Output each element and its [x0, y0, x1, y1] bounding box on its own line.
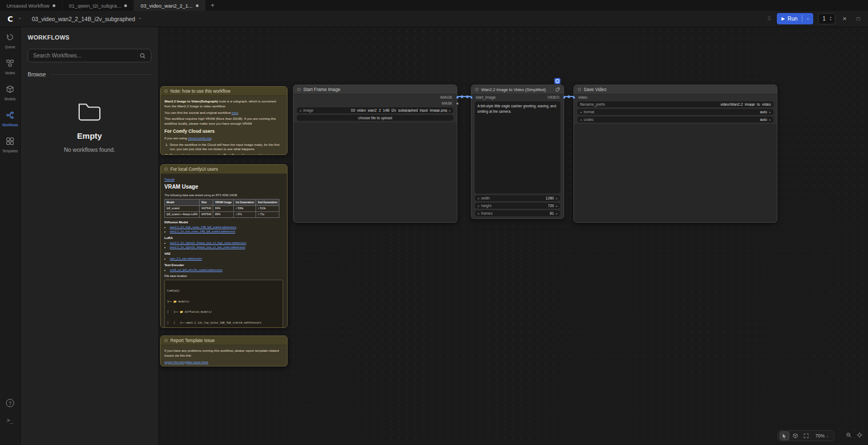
collapse-dot-icon[interactable] [164, 89, 168, 93]
input-slot-video: video [574, 94, 777, 100]
chevron-down-icon: ⌄ [138, 15, 142, 20]
help-icon[interactable]: ? [6, 399, 14, 407]
node-header[interactable]: Note: how to use this workflow [161, 87, 287, 96]
tab-unsaved-workflow[interactable]: Unsaved Workflow [0, 0, 62, 11]
arrow-right-icon[interactable]: ▸ [769, 110, 771, 114]
collapse-dot-icon[interactable] [297, 88, 301, 91]
sidebar-rail: Queue Nodes Models Workflows Templates ?… [0, 27, 21, 445]
empty-message: No workflows found. [64, 146, 116, 153]
node-header[interactable]: Wan2.2 Image to Video (Simplified) [471, 85, 564, 94]
collapse-dot-icon[interactable] [164, 167, 168, 171]
arrow-right-icon[interactable]: ▸ [556, 211, 558, 215]
sidebar-item-nodes[interactable]: Nodes [5, 59, 15, 75]
unsaved-dot-icon [53, 4, 55, 7]
widget-filename-prefix[interactable]: filename_prefix video/Wan2.2_image_to_vi… [577, 101, 774, 107]
comfyui-logo-icon[interactable]: C [5, 14, 15, 24]
widget-format[interactable]: ◂ format auto ▸ [577, 109, 774, 115]
workflow-title-menu[interactable]: 03_video_wan2_2_14B_i2v_subgraphed ⌄ [32, 16, 142, 22]
arrow-left-icon[interactable]: ◂ [580, 110, 582, 114]
cube-tool-icon[interactable] [790, 431, 800, 440]
cloud-comfy-link[interactable]: cloud.comfy.org [188, 136, 211, 140]
link-image-to-start-image [457, 96, 471, 97]
collapse-dot-icon[interactable] [475, 88, 478, 91]
widget-codec[interactable]: ◂ codec auto ▸ [577, 117, 774, 122]
batch-count-input[interactable] [821, 16, 827, 22]
table-row: fp8_scaled + 4steps LoRA 640*640 89% ≈ 9… [165, 211, 279, 217]
run-button[interactable]: ▶ Run ⌄ [777, 13, 813, 24]
subgraph-badge-icon[interactable] [554, 78, 560, 84]
terminal-icon[interactable]: >_ [7, 417, 13, 423]
model-link[interactable]: wan2.2_i2v_low_noise_14B_fp8_scaled.safe… [170, 230, 235, 233]
run-options-chevron-icon[interactable]: ⌄ [802, 16, 813, 21]
arrow-right-icon[interactable]: ▸ [769, 118, 771, 121]
note-node-local-users[interactable]: For local ComfyUI users Tutorial VRAM Us… [160, 164, 288, 328]
fit-view-icon[interactable] [801, 431, 811, 440]
folder-icon [77, 100, 102, 122]
sidebar-item-workflows[interactable]: Workflows [2, 111, 18, 127]
workflow-search[interactable] [28, 49, 151, 62]
sidebar-item-templates[interactable]: Templates [2, 137, 18, 153]
step-down-icon[interactable]: ▼ [829, 19, 832, 22]
report-issue-link[interactable]: report the template issue here [164, 360, 208, 364]
focus-target-icon[interactable] [857, 430, 863, 440]
browse-section-header[interactable]: Browse [28, 72, 151, 78]
file-tree-code-block: ComfyUI/ ├── 📂 models/ │ ├── 📂 diffusion… [164, 280, 283, 327]
arrow-left-icon[interactable]: ◂ [580, 118, 582, 121]
window-icon[interactable]: □ [854, 16, 863, 22]
cloud-users-heading: For Comfy Cloud users [164, 128, 283, 134]
video-preview-area[interactable] [574, 124, 777, 222]
link-dot [461, 95, 463, 98]
upload-file-button[interactable]: choose file to upload [297, 115, 454, 121]
open-subgraph-icon[interactable] [556, 87, 560, 92]
arrow-left-icon[interactable]: ◂ [477, 204, 479, 208]
zoom-level[interactable]: 70% ⌄ [812, 433, 832, 438]
model-link[interactable]: wan2.2_i2v_high_noise_14B_fp8_scaled.saf… [170, 225, 237, 229]
zoom-search-icon[interactable] [846, 430, 852, 440]
collapse-dot-icon[interactable] [164, 339, 168, 342]
node-header[interactable]: Report Template Issue [161, 336, 287, 345]
arrow-right-icon[interactable]: ▸ [556, 196, 558, 200]
note-node-report-issue[interactable]: Report Template Issue If you have any pr… [160, 336, 288, 366]
node-canvas[interactable]: Note: how to use this workflow Wan2.2 Im… [159, 27, 868, 445]
widget-frames[interactable]: ◂ frames 81 ▸ [475, 210, 560, 216]
arrow-left-icon[interactable]: ◂ [477, 211, 479, 215]
widget-image-combo[interactable]: ◂ image 03_video_wan2_2_14B_i2v_subgraph… [297, 107, 454, 113]
new-tab-button[interactable]: + [206, 0, 220, 11]
node-header[interactable]: Save Video [574, 85, 777, 94]
arrow-right-icon[interactable]: ▸ [449, 108, 451, 112]
image-preview-area[interactable] [293, 122, 457, 222]
output-dot-mask[interactable] [456, 102, 459, 105]
tutorial-here-link[interactable]: here [232, 111, 238, 114]
lora-link[interactable]: wan2.2_i2v_lightx2v_4steps_lora_v1_low_n… [170, 246, 245, 249]
tab-03-video-wan[interactable]: 03_video_wan2_2_1... [134, 0, 206, 11]
prompt-textarea[interactable]: A felt-style little eagle cashier greeti… [475, 101, 560, 194]
note-node-usage[interactable]: Note: how to use this workflow Wan2.2 Im… [160, 86, 288, 155]
vram-usage-heading: VRAM Usage [164, 183, 283, 191]
output-slot-mask: MASK [293, 100, 457, 106]
drag-grip-icon[interactable]: ⠿ [767, 16, 771, 22]
node-header[interactable]: Start Frame Image [293, 85, 457, 94]
node-start-frame-image[interactable]: Start Frame Image IMAGE MASK ◂ image 03_… [293, 85, 457, 223]
arrow-left-icon[interactable]: ◂ [477, 196, 479, 200]
node-wan22-image-to-video[interactable]: Wan2.2 Image to Video (Simplified) start… [471, 85, 564, 219]
close-icon[interactable]: ✕ [840, 16, 849, 22]
arrow-left-icon[interactable]: ◂ [299, 108, 301, 112]
widget-height[interactable]: ◂ height 720 ▸ [475, 203, 560, 209]
sidebar-item-queue[interactable]: Queue [5, 33, 15, 49]
text-encoder-link[interactable]: umt5_xxl_fp8_e4m3fn_scaled.safetensors [170, 268, 222, 272]
tab-01-qwen-t2i[interactable]: 01_qwen_t2i_subgra... [62, 0, 134, 11]
sidebar-item-models[interactable]: Models [4, 85, 15, 101]
vae-link[interactable]: wan_2.1_vae.safetensors [170, 257, 202, 260]
node-header[interactable]: For local ComfyUI users [161, 165, 287, 174]
tutorial-link[interactable]: Tutorial [164, 178, 174, 181]
batch-count-stepper[interactable]: ▲ ▼ [818, 13, 835, 24]
collapse-dot-icon[interactable] [578, 88, 581, 91]
vram-usage-table: Model Size VRAM Usage 1st Generation 2nd… [164, 199, 279, 217]
arrow-right-icon[interactable]: ▸ [556, 204, 558, 208]
logo-chevron-icon[interactable]: ⌄ [18, 15, 22, 20]
cursor-tool-icon[interactable] [780, 431, 789, 440]
node-save-video[interactable]: Save Video video filename_prefix video/W… [573, 85, 777, 223]
widget-width[interactable]: ◂ width 1280 ▸ [475, 195, 560, 201]
search-input[interactable] [33, 53, 136, 59]
lora-link[interactable]: wan2.2_i2v_lightx2v_4steps_lora_v1_high_… [170, 241, 246, 244]
